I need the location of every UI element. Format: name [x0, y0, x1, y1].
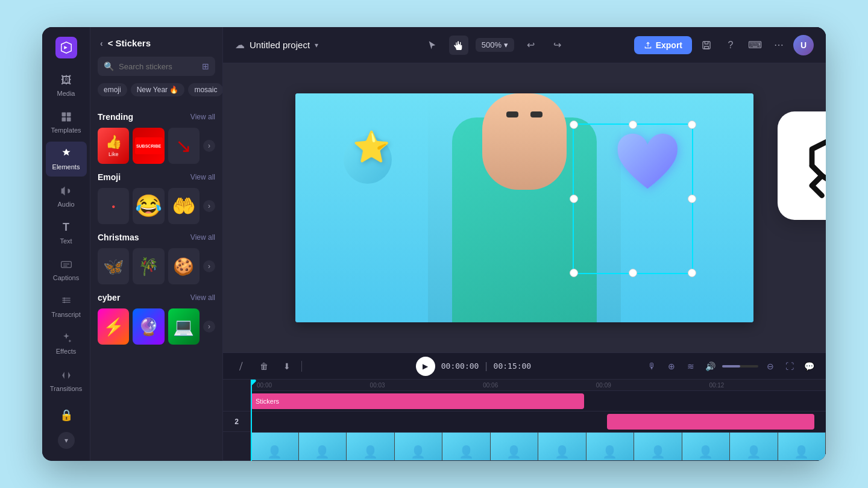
sidebar-item-effects[interactable]: Effects [46, 326, 87, 360]
time-separator: | [485, 361, 487, 372]
emoji-title: Emoji [98, 172, 121, 182]
app-logo[interactable] [55, 37, 77, 58]
capcut-watermark [778, 111, 826, 220]
sticker-gingerbread[interactable]: 🍪 [168, 248, 200, 284]
trending-grid: 👍 Like SUBSCRIBE ↘ › [98, 128, 215, 164]
sidebar-item-lock[interactable]: 🔒 [46, 403, 87, 427]
sticker-grid-next-cyber[interactable]: › [203, 321, 215, 333]
time-total: 00:15:00 [494, 361, 532, 371]
tag-newyear[interactable]: New Year 🔥 [131, 83, 185, 96]
sticker-subscribe[interactable]: SUBSCRIBE [133, 128, 164, 164]
timeline-tracks: 2 00:00 00:03 00:06 00:09 00:12 [223, 380, 826, 461]
panel-back-button[interactable]: ‹ [100, 39, 103, 48]
export-label: Export [656, 40, 682, 50]
split-button[interactable]: ⧸ [233, 358, 250, 375]
comment-button[interactable]: 💬 [802, 359, 816, 374]
sticker-grid-next-trending[interactable]: › [203, 140, 215, 152]
ruler-mark-0: 00:00 [256, 382, 369, 389]
thumb-8 [587, 433, 635, 460]
zoom-control[interactable]: 500% ▾ [476, 38, 514, 52]
thumb-1 [251, 433, 299, 460]
search-icon: 🔍 [104, 61, 114, 71]
sticker-heart-hands[interactable]: 🤲 [168, 188, 200, 224]
svg-rect-0 [61, 113, 66, 117]
sidebar-item-audio[interactable]: Audio [46, 179, 87, 213]
sticker-butterfly[interactable]: 🦋 [98, 248, 129, 284]
thumb-2 [299, 433, 347, 460]
svg-rect-13 [703, 42, 710, 49]
transcript-icon [59, 294, 74, 308]
trending-view-all[interactable]: View all [190, 113, 215, 121]
download-button[interactable]: ⬇ [278, 358, 295, 375]
sidebar-item-captions[interactable]: Captions [46, 252, 87, 287]
canvas-person [295, 93, 753, 322]
sidebar-item-templates[interactable]: Templates [46, 105, 87, 139]
zoom-out-button[interactable]: ⊖ [763, 359, 778, 374]
project-name: Untitled project [250, 40, 310, 50]
cursor-tool-button[interactable] [423, 36, 442, 55]
timeline-separator [301, 361, 302, 372]
app-container: 🖼 Media Templates Elements [42, 27, 826, 461]
playhead[interactable] [251, 380, 252, 461]
tag-mosaic[interactable]: mosaic [188, 83, 222, 96]
sticker-like[interactable]: 👍 Like [98, 128, 129, 164]
effects-icon [59, 331, 74, 345]
sticker-grid-next-christmas[interactable]: › [203, 260, 215, 272]
delete-button[interactable]: 🗑 [256, 358, 272, 375]
ruler-mark-2: 00:06 [482, 382, 595, 389]
zoom-level: 500% [482, 40, 502, 49]
volume-slider[interactable] [722, 365, 758, 368]
sticker-dot[interactable]: ● [98, 188, 129, 224]
sticker-grid-next-emoji[interactable]: › [203, 200, 215, 212]
track-labels: 2 [223, 380, 251, 461]
sidebar-item-transcript[interactable]: Transcript [46, 289, 87, 324]
sticker-cyber2[interactable]: 🔮 [133, 308, 164, 345]
keyboard-shortcuts-button[interactable]: ⌨ [745, 36, 764, 55]
export-button[interactable]: Export [634, 36, 692, 54]
undo-button[interactable]: ↩ [521, 36, 541, 55]
canvas-sticker-star: ⭐ [344, 130, 398, 184]
thumb-3 [347, 433, 395, 460]
mic-button[interactable]: 🎙 [645, 359, 659, 374]
play-button[interactable]: ▶ [416, 357, 435, 376]
filter-icon[interactable]: ⊞ [202, 61, 209, 71]
text-icon: T [59, 221, 74, 235]
sidebar-item-media[interactable]: 🖼 Media [46, 68, 87, 102]
hand-tool-button[interactable] [449, 36, 468, 55]
more-options-button[interactable]: ⋯ [769, 36, 788, 55]
magnet-button[interactable]: ⊕ [664, 359, 679, 374]
user-avatar[interactable]: U [793, 35, 814, 55]
search-bar[interactable]: 🔍 ⊞ [98, 57, 215, 76]
clip-stickers-2[interactable] [607, 414, 814, 430]
clip-stickers-1[interactable]: Stickers [251, 393, 584, 409]
track-row-stickers: Stickers [251, 391, 826, 411]
project-menu-icon[interactable]: ▾ [315, 41, 318, 49]
sticker-cyber3[interactable]: 💻 [168, 308, 200, 345]
tag-emoji[interactable]: emoji [98, 83, 127, 96]
waveform-button[interactable]: ≋ [684, 359, 698, 374]
emoji-view-all[interactable]: View all [190, 173, 215, 181]
volume-button[interactable]: 🔊 [703, 359, 717, 374]
track-label-video [223, 432, 250, 461]
sticker-cyber1[interactable]: ⚡ [98, 308, 129, 345]
canvas-area[interactable]: ⭐ 💙 [223, 63, 826, 352]
sidebar-item-transitions[interactable]: Transitions [46, 363, 87, 398]
search-input[interactable] [119, 62, 197, 71]
video-track[interactable] [251, 433, 826, 461]
christmas-view-all[interactable]: View all [190, 233, 215, 242]
sticker-laugh[interactable]: 😂 [133, 188, 164, 224]
redo-button[interactable]: ↪ [548, 36, 567, 55]
scroll-down-button[interactable]: ▾ [58, 432, 75, 449]
sticker-arrow[interactable]: ↘ [168, 128, 200, 164]
thumb-7 [538, 433, 587, 460]
sidebar-label-media: Media [57, 90, 75, 98]
cyber-view-all[interactable]: View all [190, 293, 215, 302]
sticker-xmas-tree[interactable]: 🎋 [133, 248, 164, 284]
save-button[interactable] [697, 36, 716, 55]
sidebar-item-elements[interactable]: Elements [46, 142, 87, 176]
help-button[interactable]: ? [721, 36, 740, 55]
christmas-section-header: Christmas View all [98, 233, 215, 242]
fullscreen-button[interactable]: ⛶ [782, 359, 797, 374]
zoom-chevron-icon: ▾ [504, 40, 508, 49]
sidebar-item-text[interactable]: T Text [46, 216, 87, 250]
